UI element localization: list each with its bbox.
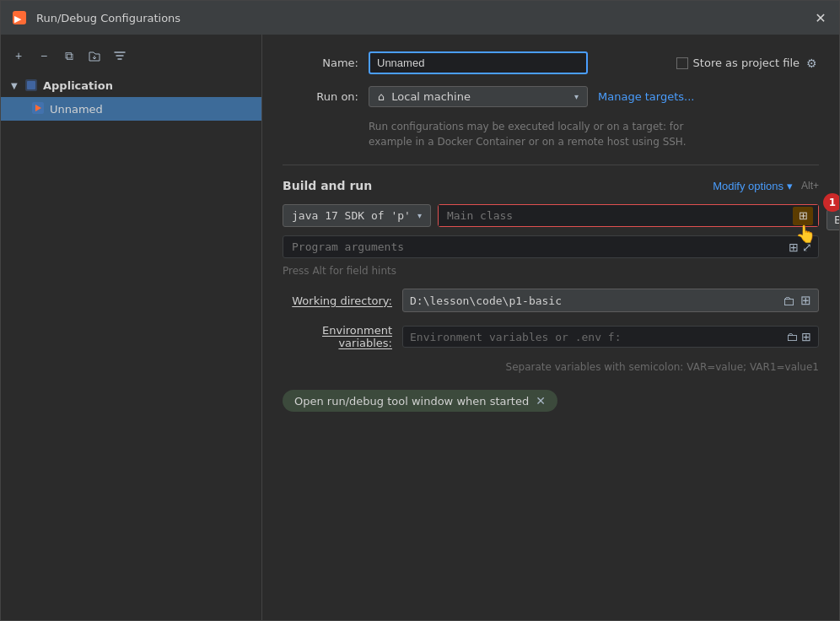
close-button[interactable]: ✕ (812, 9, 829, 26)
shortcut-hint: Alt+ (801, 180, 819, 192)
unnamed-config-item[interactable]: Unnamed (1, 97, 261, 121)
env-vars-label: Environment variables: (283, 324, 392, 349)
section-divider (283, 165, 819, 165)
env-vars-placeholder: Environment variables or .env f: (410, 331, 781, 343)
title-bar: ▶ Run/Debug Configurations ✕ (1, 1, 839, 35)
application-group-icon (24, 78, 38, 92)
java-sdk-selector[interactable]: java 17 SDK of 'p' ▾ (283, 204, 431, 227)
run-config-icon (31, 101, 45, 117)
cursor-indicator: 👆 (795, 224, 816, 244)
press-alt-hint: Press Alt for field hints (283, 265, 819, 277)
run-debug-dialog: ▶ Run/Debug Configurations ✕ + − ⧉ (0, 0, 840, 621)
numbered-badge: 1 (823, 193, 839, 212)
main-class-input[interactable] (439, 205, 818, 226)
dialog-title: Run/Debug Configurations (36, 12, 804, 24)
run-on-label: Run on: (283, 90, 358, 103)
store-gear-button[interactable]: ⚙ (805, 57, 819, 70)
chevron-down-icon: ▾ (787, 180, 793, 192)
sort-button[interactable] (109, 45, 131, 67)
copy-config-button[interactable]: ⧉ (58, 45, 80, 67)
modify-options-button[interactable]: Modify options ▾ Alt+ (713, 180, 819, 192)
working-dir-macro-button[interactable]: ⊞ (800, 293, 811, 308)
run-description: Run configurations may be executed local… (369, 119, 819, 149)
main-content: Name: Store as project file ⚙ Run on: ⌂ … (262, 35, 839, 620)
remove-config-button[interactable]: − (33, 45, 55, 67)
browse-icon: ⊞ (799, 209, 808, 222)
browse-main-class-button[interactable]: ⊞ (793, 207, 813, 225)
separate-vars-hint: Separate variables with semicolon: VAR=v… (283, 361, 819, 373)
env-vars-row: Environment variables: Environment varia… (283, 324, 819, 349)
modify-options-label: Modify options (713, 180, 783, 192)
run-on-value: Local machine (391, 90, 471, 103)
dropdown-arrow-icon: ▾ (574, 92, 579, 101)
bro-tooltip: Bro (827, 209, 839, 230)
env-vars-icons: 🗀 ⊞ (786, 330, 811, 343)
java-sdk-row: java 17 SDK of 'p' ▾ ⊞ 1 👆 Bro (283, 204, 819, 227)
add-config-button[interactable]: + (8, 45, 30, 67)
working-directory-row: Working directory: D:\lesson\code\p1-bas… (283, 289, 819, 312)
move-into-folder-button[interactable] (83, 45, 105, 67)
svg-rect-3 (27, 81, 35, 89)
program-args-input[interactable] (283, 235, 819, 258)
sdk-dropdown-arrow-icon: ▾ (417, 211, 422, 220)
working-dir-value: D:\lesson\code\p1-basic (410, 294, 778, 307)
name-input[interactable] (369, 51, 588, 74)
expand-chevron: ▼ (11, 81, 19, 90)
svg-text:▶: ▶ (14, 14, 22, 24)
application-group[interactable]: ▼ Application (1, 73, 261, 97)
sidebar: + − ⧉ ▼ (1, 35, 262, 620)
working-dir-label: Working directory: (283, 294, 392, 307)
name-row: Name: Store as project file ⚙ (283, 51, 819, 74)
run-tool-chip: Open run/debug tool window when started … (283, 390, 557, 412)
store-as-project-container: Store as project file ⚙ (676, 57, 819, 70)
run-on-dropdown[interactable]: ⌂ Local machine ▾ (369, 86, 588, 107)
unnamed-config-label: Unnamed (50, 103, 103, 116)
application-group-label: Application (43, 79, 113, 92)
manage-targets-link[interactable]: Manage targets... (598, 90, 694, 103)
java-sdk-value: java 17 SDK of 'p' (292, 209, 411, 222)
run-tool-chip-label: Open run/debug tool window when started (294, 395, 529, 408)
build-run-title: Build and run (283, 179, 372, 192)
sidebar-toolbar: + − ⧉ (1, 41, 261, 70)
env-macro-button[interactable]: ⊞ (801, 330, 811, 343)
run-on-row: Run on: ⌂ Local machine ▾ Manage targets… (283, 86, 819, 107)
bottom-bar: Open run/debug tool window when started … (283, 390, 819, 412)
run-tool-chip-close-button[interactable]: ✕ (536, 394, 546, 408)
main-class-container: ⊞ 1 👆 Bro (438, 204, 819, 227)
env-vars-input-container: Environment variables or .env f: 🗀 ⊞ (402, 326, 819, 348)
config-tree: ▼ Application (1, 73, 261, 121)
store-as-project-checkbox[interactable] (676, 57, 688, 69)
dialog-body: + − ⧉ ▼ (1, 35, 839, 620)
name-label: Name: (283, 57, 358, 69)
working-dir-folder-button[interactable]: 🗀 (783, 294, 795, 308)
build-run-section-header: Build and run Modify options ▾ Alt+ (283, 179, 819, 192)
working-dir-input-container: D:\lesson\code\p1-basic 🗀 ⊞ (402, 289, 819, 312)
home-icon: ⌂ (378, 90, 385, 103)
app-icon: ▶ (11, 9, 28, 26)
env-folder-button[interactable]: 🗀 (786, 330, 798, 343)
program-args-row: ⊞ ⤢ (283, 235, 819, 258)
store-as-project-label: Store as project file (693, 57, 800, 69)
